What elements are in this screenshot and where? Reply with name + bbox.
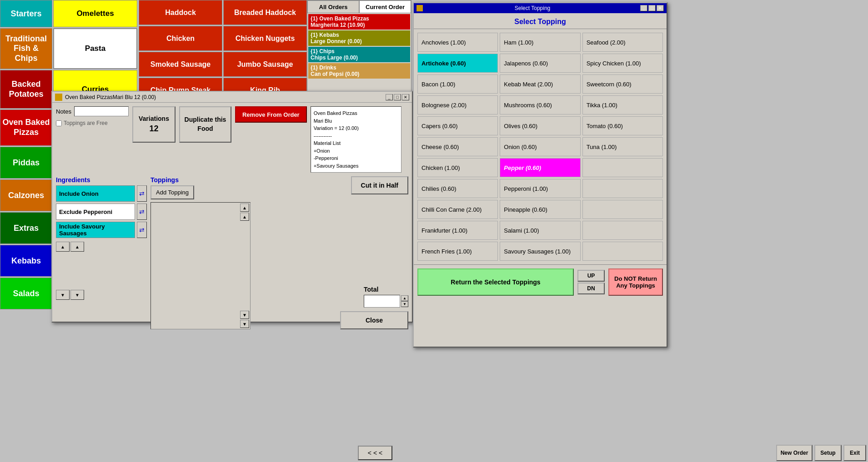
cut-in-half-button[interactable]: Cut it in Half: [351, 176, 408, 194]
ingredient-scroll-up1[interactable]: ▲: [56, 242, 70, 252]
order-item-drinks[interactable]: {1} Drinks Can of Pepsi (0.00): [308, 63, 410, 79]
dialog-title: Select Topping: [515, 5, 551, 11]
topping-scroll-dn1[interactable]: ▼: [240, 311, 249, 319]
menu-omelettes[interactable]: Omelettes: [53, 0, 137, 27]
menu-traditional[interactable]: Traditional Fish & Chips: [0, 28, 52, 69]
orders-panel: All Orders Current Order {1} Oven Baked …: [307, 0, 411, 95]
food-jumbo-sausage[interactable]: Jumbo Sausage: [223, 52, 307, 77]
total-input[interactable]: 0.00: [364, 295, 400, 308]
topping-cell-28[interactable]: Salami (1.00): [500, 221, 580, 240]
dialog-close-x[interactable]: ✕: [657, 5, 664, 11]
topping-cell-4[interactable]: Jalapenos (0.60): [500, 54, 580, 73]
topping-cell-2[interactable]: Seafood (2.00): [582, 33, 663, 52]
new-order-button[interactable]: New Order: [776, 445, 813, 461]
topping-cell-1[interactable]: Ham (1.00): [500, 33, 580, 52]
ingredient-scroll-dn1[interactable]: ▼: [56, 290, 70, 300]
topping-cell-3[interactable]: Artichoke (0.60): [417, 54, 498, 73]
food-haddock[interactable]: Haddock: [139, 0, 222, 25]
ingredient-swap-2[interactable]: ⇄: [137, 222, 147, 238]
topping-cell-12[interactable]: Capers (0.60): [417, 116, 498, 135]
topping-cell-15[interactable]: Cheese (0.60): [417, 137, 498, 156]
menu-salads[interactable]: Salads: [0, 278, 52, 309]
menu-extras[interactable]: Extras: [0, 212, 52, 244]
total-spinner-up[interactable]: ▲: [401, 295, 408, 301]
topping-cell-9[interactable]: Bolognese (2.00): [417, 95, 498, 114]
ingredient-scroll-dn2[interactable]: ▼: [70, 290, 84, 300]
menu-piddas[interactable]: Piddas: [0, 147, 52, 179]
topping-cell-17[interactable]: Tuna (1.00): [582, 137, 663, 156]
setup-button[interactable]: Setup: [814, 445, 842, 461]
total-spinner-dn[interactable]: ▼: [401, 301, 408, 307]
topping-cell-24[interactable]: Chilli Con Carne (2.00): [417, 200, 498, 219]
order-item-kebabs[interactable]: {1} Kebabs Large Donner (0.00): [308, 30, 410, 46]
topping-cell-16[interactable]: Onion (0.60): [500, 137, 580, 156]
main-menu: Starters Traditional Fish & Chips Backed…: [0, 0, 52, 359]
topping-cell-14[interactable]: Tomato (0.60): [582, 116, 663, 135]
topping-cell-26[interactable]: [582, 200, 663, 219]
up-button[interactable]: UP: [577, 270, 605, 282]
topping-cell-21[interactable]: Chilies (0.60): [417, 179, 498, 198]
exit-button[interactable]: Exit: [843, 445, 866, 461]
food-chicken[interactable]: Chicken: [139, 26, 222, 51]
do-not-return-button[interactable]: Do NOT Return Any Toppings: [608, 268, 663, 296]
toppings-label: Toppings: [151, 176, 251, 184]
topping-cell-20[interactable]: [582, 158, 663, 177]
tab-all-orders[interactable]: All Orders: [307, 0, 359, 13]
topping-cell-22[interactable]: Pepperoni (1.00): [500, 179, 580, 198]
dn-button[interactable]: DN: [577, 283, 605, 294]
menu-pasta[interactable]: Pasta: [53, 28, 137, 69]
order-item-pizza[interactable]: {1} Oven Baked Pizzas Margherita 12 (10.…: [308, 14, 410, 30]
topping-scroll-up2[interactable]: ▲: [240, 213, 249, 221]
modal-restore[interactable]: □: [394, 94, 401, 100]
menu-calzones[interactable]: Calzones: [0, 179, 52, 211]
variations-button[interactable]: Variations 12: [132, 106, 176, 143]
topping-cell-13[interactable]: Olives (0.60): [500, 116, 580, 135]
duplicate-button[interactable]: Duplicate this Food: [179, 106, 231, 143]
add-topping-button[interactable]: Add Topping: [151, 185, 194, 199]
topping-cell-27[interactable]: Frankfurter (1.00): [417, 221, 498, 240]
close-modal-button[interactable]: Close: [340, 311, 408, 329]
return-toppings-button[interactable]: Return the Selected Toppings: [417, 268, 574, 296]
topping-cell-6[interactable]: Bacon (1.00): [417, 75, 498, 94]
topping-cell-25[interactable]: Pineapple (0.60): [500, 200, 580, 219]
topping-cell-19[interactable]: Pepper (0.60): [500, 158, 580, 177]
modal-minimize[interactable]: _: [386, 94, 393, 100]
tab-current-order[interactable]: Current Order: [359, 0, 411, 13]
modal-title: Oven Baked PizzasMari Blu 12 (0.00): [65, 94, 156, 100]
dialog-minimize[interactable]: _: [640, 5, 647, 11]
ingredient-include-savoury[interactable]: Include Savoury Sausages: [56, 222, 135, 238]
ingredient-exclude-pepperoni[interactable]: Exclude Pepperoni: [56, 204, 135, 220]
topping-cell-11[interactable]: Tikka (1.00): [582, 95, 663, 114]
topping-cell-10[interactable]: Mushrooms (0.60): [500, 95, 580, 114]
topping-cell-7[interactable]: Kebab Meat (2.00): [500, 75, 580, 94]
topping-cell-23[interactable]: [582, 179, 663, 198]
topping-cell-0[interactable]: Anchovies (1.00): [417, 33, 498, 52]
order-item-chips[interactable]: {1} Chips Chips Large (0.00): [308, 47, 410, 62]
menu-backed[interactable]: Backed Potatoes: [0, 70, 52, 109]
topping-cell-31[interactable]: Savoury Sausages (1.00): [500, 242, 580, 261]
dialog-restore[interactable]: □: [648, 5, 656, 11]
food-breaded-haddock[interactable]: Breaded Haddock: [223, 0, 307, 25]
menu-kebabs[interactable]: Kebabs: [0, 245, 52, 277]
topping-cell-30[interactable]: French Fries (1.00): [417, 242, 498, 261]
topping-cell-5[interactable]: Spicy Chicken (1.00): [582, 54, 663, 73]
modal-close-x[interactable]: ✕: [402, 94, 409, 100]
food-smoked-sausage[interactable]: Smoked Sausage: [139, 52, 222, 77]
food-chicken-nuggets[interactable]: Chicken Nuggets: [223, 26, 307, 51]
topping-cell-32[interactable]: [582, 242, 663, 261]
menu-oven[interactable]: Oven Baked Pizzas: [0, 109, 52, 146]
toppings-free-checkbox[interactable]: [56, 120, 62, 126]
remove-from-order-button[interactable]: Remove From Order: [235, 106, 307, 123]
topping-cell-8[interactable]: Sweetcorn (0.60): [582, 75, 663, 94]
nav-back-button[interactable]: < < <: [358, 446, 392, 460]
ingredient-swap-1[interactable]: ⇄: [137, 204, 147, 220]
notes-input[interactable]: [74, 106, 129, 116]
ingredient-scroll-up2[interactable]: ▲: [70, 242, 84, 252]
topping-cell-29[interactable]: [582, 221, 663, 240]
topping-cell-18[interactable]: Chicken (1.00): [417, 158, 498, 177]
ingredient-swap-0[interactable]: ⇄: [137, 185, 147, 202]
ingredient-include-onion[interactable]: Include Onion: [56, 185, 135, 202]
menu-starters[interactable]: Starters: [0, 0, 52, 27]
topping-scroll-dn2[interactable]: ▼: [240, 320, 249, 328]
topping-scroll-up1[interactable]: ▲: [240, 204, 249, 212]
